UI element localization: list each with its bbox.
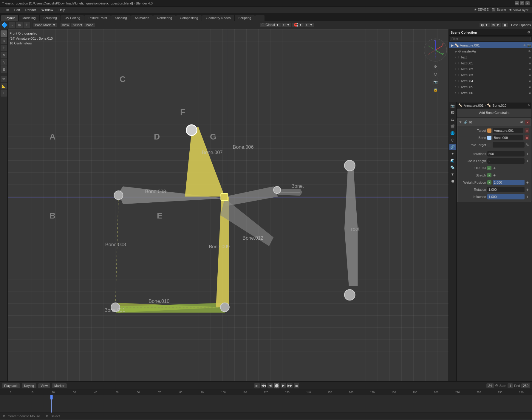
pose-mode-dropdown[interactable]: Pose Mode ▼: [33, 23, 57, 27]
tool-cursor[interactable]: ⊕: [1, 38, 7, 44]
overlays[interactable]: 👁 ▼: [491, 23, 501, 27]
tab-layout[interactable]: Layout: [1, 15, 18, 21]
outliner-item-text003[interactable]: a T Text.003 a: [449, 72, 532, 78]
visibility-icon-text[interactable]: a: [529, 56, 531, 59]
prop-render-icon[interactable]: 📷: [449, 103, 456, 109]
viewlayer-selector[interactable]: 👁 ViewLayer: [509, 8, 528, 12]
play-button[interactable]: ▶: [281, 383, 286, 388]
outliner-item-text002[interactable]: a T Text.002 a: [449, 66, 532, 72]
chain-length-value[interactable]: 2: [487, 158, 525, 164]
tool-select[interactable]: ↖: [1, 30, 7, 37]
view-menu-tl[interactable]: View: [38, 383, 50, 388]
minimize-button[interactable]: —: [515, 1, 519, 5]
prop-output-icon[interactable]: 🖼: [449, 109, 456, 116]
stop-button[interactable]: ⬤: [274, 383, 279, 388]
view-menu[interactable]: View: [61, 23, 71, 27]
rotation-plus[interactable]: +: [526, 187, 529, 192]
prop-object-icon[interactable]: ⬡: [449, 137, 456, 143]
prop-physics-icon[interactable]: 🌊: [449, 157, 456, 164]
local-global-toggle[interactable]: ⬡: [432, 71, 439, 78]
prop-data-icon[interactable]: ▼: [449, 171, 456, 178]
tool-measure[interactable]: 📐: [1, 83, 7, 89]
weight-position-plus[interactable]: +: [526, 180, 529, 185]
influence-plus[interactable]: +: [526, 194, 529, 199]
tab-texture-paint[interactable]: Texture Paint: [84, 15, 111, 21]
rotation-value[interactable]: 1.000: [487, 187, 525, 192]
toolbar-grab[interactable]: ↔: [9, 22, 15, 28]
outliner-item-text004[interactable]: a T Text.004 a: [449, 78, 532, 84]
constraint-collapse-icon[interactable]: ▼: [459, 120, 462, 124]
view-lock[interactable]: 🔒: [432, 86, 439, 93]
timeline-content[interactable]: 0 10 20 30 40 50 60 70 80 90 100 110 120…: [0, 390, 532, 413]
jump-start-button[interactable]: ⏮: [254, 383, 260, 388]
tab-compositing[interactable]: Compositing: [176, 15, 202, 21]
blender-logo[interactable]: 🔷: [1, 22, 8, 28]
stretch-checkbox[interactable]: ✓: [487, 173, 491, 177]
prop-world-icon[interactable]: 🌐: [449, 130, 456, 137]
constraint-delete-button[interactable]: ✕: [525, 120, 530, 125]
pole-target-value[interactable]: [493, 142, 525, 148]
outliner-search-input[interactable]: [450, 37, 531, 41]
menu-edit[interactable]: Edit: [12, 7, 22, 12]
bone-clear-button[interactable]: ✕: [525, 135, 529, 140]
tab-rendering[interactable]: Rendering: [153, 15, 176, 21]
chain-length-plus[interactable]: +: [526, 159, 529, 163]
tab-geometry-nodes[interactable]: Geometry Nodes: [202, 15, 234, 21]
influence-value[interactable]: 1.000: [487, 194, 525, 199]
pole-target-edit-icon[interactable]: ✎: [526, 142, 529, 147]
visibility-icon-mastervar[interactable]: 👁: [528, 50, 531, 53]
use-tail-plus[interactable]: +: [493, 166, 496, 171]
pose-menu[interactable]: Pose: [84, 23, 95, 27]
outliner-item-text006[interactable]: a T Text.006 a: [449, 90, 532, 96]
constraint-visibility-toggle[interactable]: 👁: [519, 120, 524, 125]
play-reverse-button[interactable]: ◀: [267, 383, 273, 388]
add-bone-constraint-button[interactable]: Add Bone Constraint: [457, 109, 531, 117]
playback-menu[interactable]: Playback: [2, 383, 20, 388]
toolbar-move[interactable]: ✛: [24, 22, 30, 28]
tab-add[interactable]: +: [255, 15, 264, 21]
close-button[interactable]: ✕: [525, 1, 530, 5]
outliner-item-text001[interactable]: a T Text.001 a: [449, 60, 532, 66]
marker-menu[interactable]: Marker: [52, 383, 67, 388]
tool-add[interactable]: +: [1, 90, 7, 97]
weight-position-value[interactable]: 1.000: [493, 180, 525, 185]
outliner-item-text005[interactable]: a T Text.005 a: [449, 84, 532, 90]
bc-edit-icon[interactable]: ✎: [528, 103, 530, 107]
iterations-value[interactable]: 500: [487, 151, 525, 156]
transform-pivot[interactable]: ⊙ ▼: [282, 23, 291, 27]
pose-options[interactable]: Pose Options: [511, 23, 531, 27]
prop-constraint-icon[interactable]: 🔩: [449, 164, 456, 171]
prop-view-layer-icon[interactable]: 🗂: [449, 116, 456, 123]
menu-file[interactable]: File: [1, 7, 11, 12]
select-menu[interactable]: Select: [71, 23, 83, 27]
nav-gizmo[interactable]: X Y Z: [423, 38, 447, 62]
visibility-icon-armature[interactable]: 👁: [523, 44, 526, 47]
tab-uv-editing[interactable]: UV Editing: [61, 15, 84, 21]
prop-scene-icon[interactable]: 🎬: [449, 123, 456, 130]
viewport[interactable]: Front Orthographic (24) Armature.001 : B…: [8, 29, 449, 381]
toolbar-cursor[interactable]: ⊕: [16, 22, 23, 28]
tool-rotate[interactable]: ↻: [1, 52, 7, 58]
scene-selector[interactable]: 🎬 Scene: [492, 8, 506, 12]
target-clear-button[interactable]: ✕: [525, 128, 529, 133]
iterations-plus[interactable]: +: [526, 151, 529, 156]
next-keyframe-button[interactable]: ▶▶: [287, 383, 293, 388]
view-camera[interactable]: 📷: [432, 79, 439, 85]
stretch-plus[interactable]: +: [493, 173, 496, 178]
outliner-item-armature[interactable]: ▶ 🦴 Armature.001 👁 📷: [449, 42, 532, 48]
tab-modeling[interactable]: Modeling: [19, 15, 39, 21]
outliner-filter-icon[interactable]: ⚙: [527, 30, 530, 34]
prev-keyframe-button[interactable]: ◀◀: [261, 383, 266, 388]
timeline-track[interactable]: [0, 395, 532, 413]
render-icon-armature[interactable]: 📷: [527, 44, 531, 47]
xray[interactable]: ▣: [502, 23, 508, 27]
tab-shading[interactable]: Shading: [111, 15, 130, 21]
outliner-item-text[interactable]: a T Text a: [449, 54, 532, 60]
proportional-edit[interactable]: ⊙ ▼: [304, 23, 314, 27]
tool-move[interactable]: ✛: [1, 45, 7, 51]
maximize-button[interactable]: □: [520, 1, 524, 5]
weight-position-checkbox[interactable]: ✓: [487, 180, 491, 185]
target-value[interactable]: Armature.001: [493, 128, 523, 133]
start-value[interactable]: 1: [508, 383, 513, 388]
prop-bone-constraint-icon[interactable]: 🔗: [449, 144, 456, 150]
